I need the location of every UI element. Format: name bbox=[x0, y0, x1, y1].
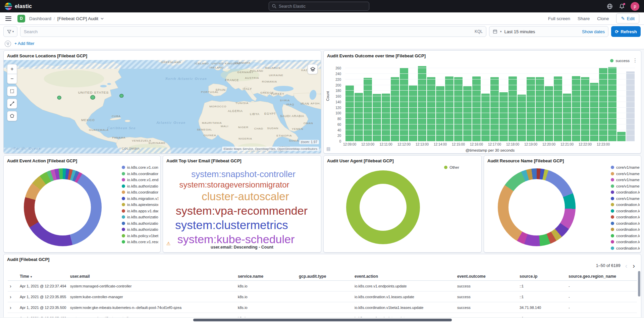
histogram-bar[interactable] bbox=[382, 94, 390, 141]
histogram-bar[interactable] bbox=[499, 92, 508, 141]
panel-options-icon[interactable]: ⋮ bbox=[633, 57, 638, 63]
histogram-bar[interactable] bbox=[527, 77, 535, 141]
set-extent-tool-button[interactable] bbox=[7, 86, 17, 96]
calendar-icon[interactable] bbox=[493, 29, 497, 34]
column-header-source-ip[interactable]: source.ip bbox=[518, 272, 567, 281]
histogram-bar[interactable] bbox=[599, 68, 607, 141]
legend-item[interactable]: io.k8s.coordination.... bbox=[122, 189, 158, 196]
edit-button[interactable]: ✎ Edit bbox=[616, 13, 639, 23]
share-button[interactable]: Share bbox=[578, 16, 590, 21]
histogram-bar[interactable] bbox=[536, 77, 544, 141]
breadcrumb-dashboard[interactable]: Dashboard bbox=[29, 16, 51, 21]
legend-item[interactable]: coordination.k8s... bbox=[611, 233, 640, 239]
histogram-bar[interactable] bbox=[581, 77, 589, 141]
tagcloud-word[interactable]: cluster-autoscaler bbox=[202, 190, 289, 203]
zoom-in-button[interactable]: + bbox=[7, 64, 17, 74]
legend-item[interactable]: io.k8s.core.v1.resou... bbox=[122, 239, 158, 245]
histogram-bar[interactable] bbox=[391, 77, 399, 141]
histogram-bar[interactable] bbox=[563, 94, 571, 141]
event-action-donut-chart[interactable] bbox=[24, 168, 102, 246]
histogram-bar[interactable] bbox=[472, 76, 481, 141]
histogram-bar[interactable] bbox=[355, 93, 363, 141]
table-vertical-scrollbar[interactable] bbox=[638, 271, 640, 297]
histogram-bar[interactable] bbox=[590, 83, 598, 141]
space-badge[interactable]: D bbox=[17, 15, 25, 22]
expand-row-icon[interactable]: › bbox=[10, 283, 11, 289]
column-header-user-email[interactable]: user.email bbox=[68, 272, 236, 281]
histogram-bar[interactable] bbox=[572, 76, 580, 141]
legend-item[interactable]: io.k8s.policy.v1beta... bbox=[122, 233, 158, 239]
histogram-bar[interactable] bbox=[454, 77, 463, 141]
menu-icon[interactable] bbox=[5, 15, 12, 22]
map-point-marker[interactable] bbox=[57, 96, 61, 99]
legend-item[interactable]: io.k8s.authorization.... bbox=[122, 183, 158, 190]
add-filter-button[interactable]: + Add filter bbox=[14, 41, 34, 46]
histogram-bar[interactable] bbox=[554, 76, 562, 141]
legend-item[interactable]: coordination.k8s... bbox=[611, 202, 640, 208]
next-page-button[interactable]: › bbox=[632, 262, 636, 269]
legend-item[interactable]: coordination.k8s... bbox=[611, 214, 640, 220]
legend-item[interactable]: coordination.k8s... bbox=[611, 189, 640, 196]
legend-item[interactable]: io.k8s.authorization.... bbox=[122, 226, 158, 233]
kql-label[interactable]: KQL bbox=[475, 29, 483, 34]
column-header-gcp-audit-type[interactable]: gcp.audit.type bbox=[297, 272, 353, 281]
histogram-bar[interactable] bbox=[608, 67, 616, 141]
column-header-time[interactable]: Time▾ bbox=[18, 272, 68, 281]
histogram-bar[interactable] bbox=[436, 86, 444, 141]
histogram-bar[interactable] bbox=[364, 78, 372, 141]
tagcloud-word[interactable]: system:vpa-recommender bbox=[176, 204, 308, 217]
refresh-button[interactable]: ⟳ Refresh bbox=[611, 26, 641, 37]
legend-item[interactable]: io.k8s.apps.v1.daem... bbox=[122, 208, 158, 214]
tagcloud-word[interactable]: system:storageversionmigrator bbox=[179, 180, 289, 190]
legend-item[interactable]: core/v1/namespa... bbox=[611, 164, 640, 171]
zoom-out-button[interactable]: − bbox=[7, 74, 17, 84]
tagcloud-word[interactable]: system:snapshot-controller bbox=[191, 169, 296, 179]
legend-item[interactable]: io.k8s.core.v1.confi... bbox=[122, 164, 158, 171]
legend-item[interactable]: core/v1/namespa... bbox=[611, 171, 640, 177]
tagcloud-word[interactable]: system:kube-scheduler bbox=[177, 232, 295, 246]
legend-item[interactable]: coordination.k8s... bbox=[611, 220, 640, 227]
previous-page-button[interactable]: ‹ bbox=[625, 262, 628, 269]
legend-item[interactable]: io.k8s.authorization.... bbox=[122, 220, 158, 227]
resource-name-donut-chart[interactable] bbox=[498, 168, 576, 246]
chevron-down-icon[interactable] bbox=[100, 17, 104, 20]
histogram-bar[interactable] bbox=[427, 77, 435, 141]
histogram-bar[interactable] bbox=[400, 68, 408, 141]
histogram-bar[interactable] bbox=[445, 76, 453, 141]
full-screen-button[interactable]: Full screen bbox=[548, 16, 570, 21]
legend-item[interactable]: Other bbox=[444, 164, 459, 171]
map-point-marker[interactable] bbox=[91, 95, 95, 99]
legend-item[interactable]: core/v1/namespa... bbox=[611, 196, 640, 202]
histogram-bar[interactable] bbox=[508, 76, 517, 141]
time-range-value[interactable]: Last 15 minutes bbox=[504, 29, 535, 34]
column-header-event-outcome[interactable]: event.outcome bbox=[455, 272, 518, 281]
legend-item[interactable]: coordination.k8s... bbox=[611, 239, 640, 245]
elastic-logo-icon[interactable] bbox=[5, 3, 12, 10]
alerts-bell-icon[interactable] bbox=[619, 3, 625, 10]
saved-query-menu-button[interactable]: ▾ bbox=[3, 26, 17, 37]
measure-tool-button[interactable] bbox=[7, 99, 17, 109]
expand-row-icon[interactable]: › bbox=[10, 305, 11, 310]
global-search-input[interactable]: Search Elastic bbox=[269, 2, 369, 11]
expand-row-icon[interactable]: › bbox=[10, 294, 11, 300]
query-input[interactable]: Search KQL bbox=[20, 26, 486, 37]
legend-item[interactable]: core/v1/namespa... bbox=[611, 183, 640, 190]
histogram-bar[interactable] bbox=[490, 77, 499, 141]
histogram-bar[interactable] bbox=[345, 86, 354, 141]
user-agent-donut-chart[interactable] bbox=[346, 170, 420, 244]
histogram-bar[interactable] bbox=[617, 132, 626, 141]
column-header-source-geo-region-name[interactable]: source.geo.region_name bbox=[567, 272, 637, 281]
legend-item[interactable]: coordination.k8s... bbox=[611, 226, 640, 233]
show-dates-button[interactable]: Show dates bbox=[582, 29, 605, 34]
horizontal-scrollbar-thumb[interactable] bbox=[193, 319, 452, 321]
column-header-event-action[interactable]: event.action bbox=[353, 272, 455, 281]
legend-item[interactable]: coordination.k8s... bbox=[611, 245, 640, 252]
legend-item[interactable]: io.k8s.apiextensions.... bbox=[122, 202, 158, 208]
tagcloud-word[interactable]: system:clustermetrics bbox=[175, 218, 288, 232]
histogram-bar[interactable] bbox=[481, 94, 490, 141]
legend-item[interactable]: io.k8s.migration.v1al... bbox=[122, 196, 158, 202]
histogram-bar[interactable] bbox=[409, 86, 417, 141]
histogram-bar[interactable] bbox=[545, 86, 553, 141]
legend-toggle-icon[interactable]: ▤ bbox=[326, 146, 330, 151]
legend-item[interactable]: io.k8s.coordination.... bbox=[122, 171, 158, 177]
